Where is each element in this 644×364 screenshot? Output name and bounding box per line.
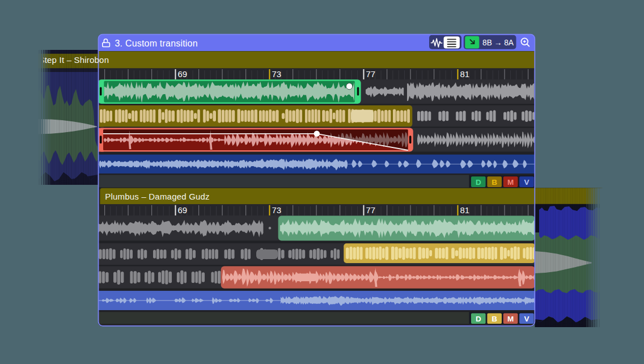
svg-text:Plumbus – Damaged Gudz: Plumbus – Damaged Gudz bbox=[105, 192, 209, 201]
svg-text:77: 77 bbox=[366, 205, 376, 215]
svg-text:77: 77 bbox=[366, 69, 376, 79]
svg-text:73: 73 bbox=[272, 205, 282, 215]
svg-text:M: M bbox=[507, 315, 514, 323]
svg-text:M: M bbox=[507, 178, 514, 187]
svg-text:D: D bbox=[476, 178, 481, 187]
svg-text:Step It – Shirobon: Step It – Shirobon bbox=[39, 55, 109, 65]
svg-text:D: D bbox=[476, 315, 481, 323]
svg-text:69: 69 bbox=[178, 69, 188, 79]
svg-text:V: V bbox=[524, 178, 529, 187]
svg-text:69: 69 bbox=[178, 205, 188, 215]
svg-text:3. Custom transition: 3. Custom transition bbox=[115, 39, 198, 48]
svg-text:V: V bbox=[524, 315, 529, 323]
svg-text:81: 81 bbox=[460, 205, 470, 215]
svg-text:8B → 8A: 8B → 8A bbox=[482, 37, 514, 47]
svg-text:81: 81 bbox=[460, 69, 470, 79]
svg-text:B: B bbox=[492, 315, 497, 323]
svg-text:B: B bbox=[492, 178, 497, 187]
svg-text:73: 73 bbox=[272, 69, 282, 79]
